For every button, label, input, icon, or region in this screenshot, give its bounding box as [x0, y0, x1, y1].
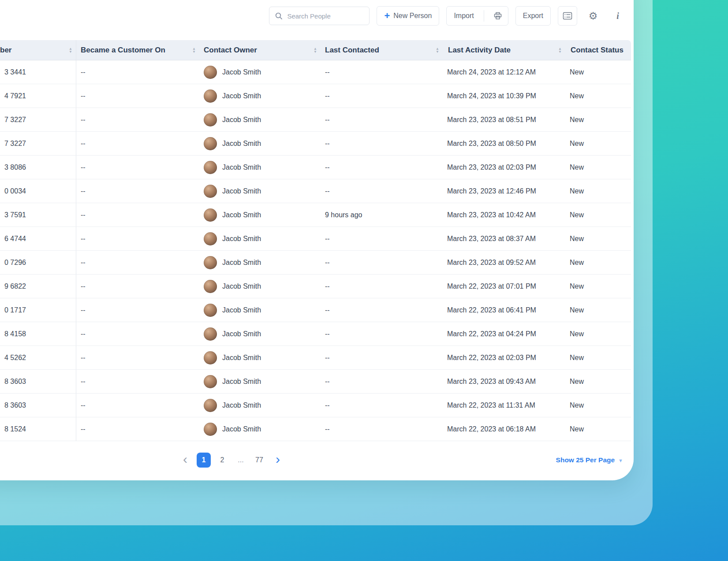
sort-arrows-icon[interactable]: ▲▼	[192, 47, 196, 53]
pagination-controls: ‹ 12...77 ›	[178, 449, 285, 472]
contact-owner-name: Jacob Smith	[222, 259, 261, 267]
pagination-page-1[interactable]: 1	[197, 453, 211, 468]
became_customer-cell: --	[76, 227, 199, 250]
avatar	[204, 137, 217, 150]
contact-owner-name: Jacob Smith	[222, 116, 261, 124]
contact-owner-name: Jacob Smith	[222, 401, 261, 409]
last_contacted-cell: --	[321, 322, 443, 346]
column-header-label: Contact Owner	[204, 46, 257, 55]
table-row[interactable]: 6 4744--Jacob Smith--March 23, 2023 at 0…	[0, 227, 631, 251]
avatar	[204, 185, 217, 198]
column-header-became_customer[interactable]: Became a Customer On▲▼	[76, 40, 199, 60]
pagination-prev-button[interactable]: ‹	[178, 452, 192, 468]
per-page-selector[interactable]: Show 25 Per Page ▼	[556, 453, 623, 468]
new-person-button[interactable]: + New Person	[377, 6, 439, 26]
table-row[interactable]: 4 7921--Jacob Smith--March 24, 2023 at 1…	[0, 84, 631, 108]
last_contacted-cell: --	[321, 298, 443, 322]
contact_owner-cell: Jacob Smith	[199, 60, 321, 84]
contact_status-cell: New	[565, 251, 631, 274]
avatar	[204, 423, 217, 436]
contact_owner-cell: Jacob Smith	[199, 108, 321, 131]
info-button[interactable]: i	[609, 6, 627, 26]
contact_owner-cell: Jacob Smith	[199, 370, 321, 393]
table-row[interactable]: 0 0034--Jacob Smith--March 23, 2023 at 1…	[0, 179, 631, 203]
became_customer-cell: --	[76, 156, 199, 179]
contact_owner-cell: Jacob Smith	[199, 84, 321, 108]
phone-cell: 0 7296	[0, 251, 76, 274]
import-button[interactable]: Import	[447, 12, 480, 20]
pagination-page-77[interactable]: 77	[252, 453, 266, 468]
contact_status-cell: New	[565, 227, 631, 250]
column-header-last_activity_date[interactable]: Last Activity Date▲▼	[443, 40, 565, 60]
phone-cell: 7 3227	[0, 132, 76, 155]
caret-down-icon: ▼	[618, 457, 623, 463]
printer-icon[interactable]	[488, 12, 508, 20]
contact-owner-name: Jacob Smith	[222, 235, 261, 243]
avatar	[204, 161, 217, 174]
sort-arrows-icon[interactable]: ▲▼	[314, 47, 317, 53]
last_contacted-cell: 9 hours ago	[321, 203, 443, 227]
pagination: ‹ 12...77 › Show 25 Per Page ▼	[0, 449, 634, 472]
contact_status-cell: New	[565, 108, 631, 131]
became_customer-cell: --	[76, 370, 199, 393]
settings-button[interactable]: ⚙	[584, 6, 602, 26]
phone-cell: 6 4744	[0, 227, 76, 250]
table-row[interactable]: 4 5262--Jacob Smith--March 22, 2023 at 0…	[0, 346, 631, 370]
contact_status-cell: New	[565, 84, 631, 108]
table-header-row: ber▲▼Became a Customer On▲▼Contact Owner…	[0, 40, 631, 60]
column-settings-button[interactable]	[558, 6, 577, 26]
table-row[interactable]: 0 7296--Jacob Smith--March 23, 2023 at 0…	[0, 251, 631, 275]
table-row[interactable]: 3 8086--Jacob Smith--March 23, 2023 at 0…	[0, 156, 631, 179]
column-header-contact_owner[interactable]: Contact Owner▲▼	[199, 40, 321, 60]
pagination-page-2[interactable]: 2	[215, 453, 229, 468]
search-input[interactable]	[286, 12, 364, 20]
column-header-last_contacted[interactable]: Last Contacted▲▼	[321, 40, 443, 60]
divider	[484, 10, 484, 22]
sort-arrows-icon[interactable]: ▲▼	[558, 47, 562, 53]
sort-arrows-icon[interactable]: ▲▼	[69, 47, 72, 53]
table-row[interactable]: 0 1717--Jacob Smith--March 22, 2023 at 0…	[0, 298, 631, 322]
table-row[interactable]: 3 7591--Jacob Smith9 hours agoMarch 23, …	[0, 203, 631, 227]
last_activity_date-cell: March 22, 2023 at 04:24 PM	[443, 322, 565, 346]
table-row[interactable]: 8 3603--Jacob Smith--March 22, 2023 at 1…	[0, 394, 631, 417]
search-box[interactable]	[269, 7, 370, 25]
table-row[interactable]: 7 3227--Jacob Smith--March 23, 2023 at 0…	[0, 108, 631, 132]
table-row[interactable]: 8 3603--Jacob Smith--March 23, 2023 at 0…	[0, 370, 631, 394]
became_customer-cell: --	[76, 84, 199, 108]
contact_owner-cell: Jacob Smith	[199, 132, 321, 155]
export-button[interactable]: Export	[515, 6, 551, 26]
avatar	[204, 280, 217, 293]
column-header-label: Became a Customer On	[81, 46, 165, 55]
avatar	[204, 304, 217, 317]
column-header-phone[interactable]: ber▲▼	[0, 40, 76, 60]
contact-owner-name: Jacob Smith	[222, 354, 261, 362]
phone-cell: 3 8086	[0, 156, 76, 179]
avatar	[204, 399, 217, 412]
contact-owner-name: Jacob Smith	[222, 68, 261, 76]
table-row[interactable]: 3 3441--Jacob Smith--March 24, 2023 at 1…	[0, 60, 631, 84]
contact-owner-name: Jacob Smith	[222, 425, 261, 433]
list-icon	[563, 12, 572, 20]
contact_owner-cell: Jacob Smith	[199, 275, 321, 298]
table-row[interactable]: 8 1524--Jacob Smith--March 22, 2023 at 0…	[0, 417, 631, 441]
phone-cell: 3 7591	[0, 203, 76, 227]
contact-owner-name: Jacob Smith	[222, 163, 261, 171]
plus-icon: +	[384, 11, 390, 21]
table-row[interactable]: 7 3227--Jacob Smith--March 23, 2023 at 0…	[0, 132, 631, 156]
column-header-contact_status[interactable]: Contact Status	[565, 40, 631, 60]
import-button-group: Import	[446, 6, 508, 26]
people-table: ber▲▼Became a Customer On▲▼Contact Owner…	[0, 40, 631, 441]
contact_owner-cell: Jacob Smith	[199, 251, 321, 274]
sort-arrows-icon[interactable]: ▲▼	[436, 47, 439, 53]
avatar	[204, 89, 217, 103]
contact_owner-cell: Jacob Smith	[199, 322, 321, 346]
table-row[interactable]: 9 6822--Jacob Smith--March 22, 2023 at 0…	[0, 275, 631, 298]
became_customer-cell: --	[76, 275, 199, 298]
table-row[interactable]: 8 4158--Jacob Smith--March 22, 2023 at 0…	[0, 322, 631, 346]
contact_owner-cell: Jacob Smith	[199, 156, 321, 179]
avatar	[204, 327, 217, 341]
last_activity_date-cell: March 23, 2023 at 08:37 AM	[443, 227, 565, 250]
pagination-next-button[interactable]: ›	[271, 452, 285, 468]
phone-cell: 8 3603	[0, 394, 76, 417]
phone-cell: 0 0034	[0, 179, 76, 203]
